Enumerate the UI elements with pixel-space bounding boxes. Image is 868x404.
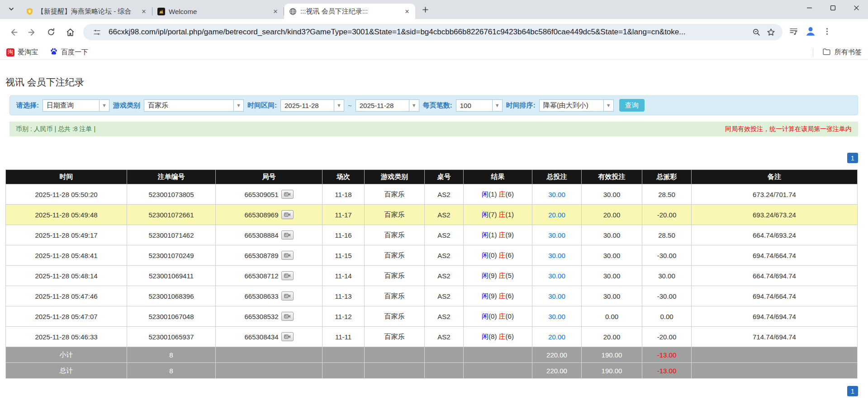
page-1-button[interactable]: 1	[847, 386, 858, 396]
game-type-select[interactable]: ▼	[144, 99, 244, 112]
header-valid-bet: 有效投注	[582, 170, 642, 184]
cell-bet-id: 523001070249	[127, 245, 216, 266]
total-bet-link[interactable]: 30.00	[548, 272, 565, 280]
search-button[interactable]: 查询	[619, 99, 645, 112]
new-tab-button[interactable]	[419, 4, 432, 17]
video-replay-button[interactable]	[281, 190, 294, 199]
total-bet-link[interactable]: 30.00	[548, 252, 565, 259]
chevron-down-icon[interactable]: ▼	[334, 99, 344, 112]
cell-result: 闲(7) 庄(1)	[464, 205, 532, 225]
media-controls-icon[interactable]	[789, 27, 798, 38]
url-text[interactable]: 66cxkj98.com/ipl/portal.php/game/betreco…	[109, 28, 749, 37]
chevron-down-icon[interactable]: ▼	[409, 99, 419, 112]
video-replay-button[interactable]	[281, 332, 294, 341]
cell-game-type: 百家乐	[365, 306, 425, 327]
tab-close-icon[interactable]: ✕	[139, 7, 148, 16]
profile-avatar[interactable]	[805, 25, 816, 39]
video-replay-button[interactable]	[281, 312, 294, 321]
total-bet-link[interactable]: 30.00	[548, 191, 565, 198]
total-bet-link[interactable]: 30.00	[548, 313, 565, 320]
tab-search-button[interactable]	[5, 3, 18, 17]
footer-valid-bet: 190.00	[582, 363, 642, 379]
valid-bet-notice: 同局有效投注，统一计算在该局第一张注单内	[725, 125, 852, 133]
bookmark-taobao[interactable]: 淘 爱淘宝	[6, 48, 38, 56]
sort-select[interactable]: ▼	[539, 99, 614, 112]
date-to-input[interactable]	[356, 99, 409, 112]
video-replay-button[interactable]	[281, 230, 294, 240]
query-type-input[interactable]	[43, 99, 99, 112]
cell-time: 2025-11-28 05:47:07	[6, 306, 127, 327]
tab-close-icon[interactable]: ✕	[403, 7, 412, 16]
chevron-down-icon[interactable]: ▼	[233, 99, 244, 112]
total-bet-link[interactable]: 30.00	[548, 292, 565, 300]
address-bar[interactable]: 66cxkj98.com/ipl/portal.php/game/betreco…	[83, 24, 783, 40]
footer-result	[464, 363, 532, 379]
cell-remark: 714.74/694.74	[692, 327, 858, 347]
cell-bet-id: 523001071462	[127, 225, 216, 245]
total-bet-link[interactable]: 20.00	[548, 333, 565, 341]
menu-dots-icon[interactable]	[823, 27, 831, 38]
video-replay-button[interactable]	[281, 210, 294, 219]
maximize-button[interactable]	[821, 0, 844, 15]
zoom-icon[interactable]	[749, 25, 764, 39]
chevron-down-icon[interactable]: ▼	[603, 99, 614, 112]
refresh-button[interactable]	[43, 23, 60, 41]
per-page-select[interactable]: ▼	[456, 99, 503, 112]
cell-result: 闲(0) 庄(6)	[464, 245, 532, 266]
game-type-input[interactable]	[144, 99, 233, 112]
cell-session: 11-16	[323, 225, 365, 245]
query-type-select[interactable]: ▼	[43, 99, 109, 112]
cell-payout: 30.00	[642, 266, 692, 286]
all-bookmarks[interactable]: 所有书签	[813, 47, 862, 57]
select-type-label: 请选择:	[16, 101, 39, 110]
cell-time: 2025-11-28 05:46:33	[6, 327, 127, 347]
minimize-button[interactable]	[797, 0, 821, 15]
page-1-button[interactable]: 1	[847, 153, 858, 163]
cell-valid-bet: 20.00	[582, 327, 642, 347]
chevron-down-icon[interactable]: ▼	[99, 99, 109, 112]
video-camera-icon	[284, 232, 291, 238]
cell-time: 2025-11-28 05:49:17	[6, 225, 127, 245]
round-id-value: 665308884	[244, 231, 278, 239]
tab-bet-records-active[interactable]: :::视讯 会员下注纪录::: ✕	[284, 4, 415, 19]
tab-welcome[interactable]: Welcome ✕	[152, 4, 284, 19]
page-title: 视讯 会员下注纪录	[5, 76, 858, 89]
video-camera-icon	[284, 253, 291, 258]
cell-total-bet: 20.00	[532, 327, 582, 347]
cell-total-bet: 30.00	[532, 306, 582, 327]
video-replay-button[interactable]	[281, 271, 294, 280]
cell-payout: 28.50	[642, 225, 692, 245]
video-replay-button[interactable]	[281, 251, 294, 260]
per-page-input[interactable]	[456, 99, 492, 112]
footer-payout: -13.00	[642, 347, 692, 363]
date-from-select[interactable]: ▼	[280, 99, 344, 112]
total-bet-link[interactable]: 30.00	[548, 231, 565, 239]
sort-input[interactable]	[539, 99, 603, 112]
footer-session	[323, 363, 365, 379]
bookmark-baidu[interactable]: 百度一下	[50, 47, 88, 57]
tab-close-icon[interactable]: ✕	[271, 7, 280, 16]
site-settings-icon[interactable]	[90, 25, 104, 39]
cell-game-type: 百家乐	[365, 205, 425, 225]
date-from-input[interactable]	[280, 99, 334, 112]
total-bet-link[interactable]: 20.00	[548, 211, 565, 219]
bookmark-star-icon[interactable]	[764, 25, 778, 39]
video-replay-button[interactable]	[281, 291, 294, 301]
bookmarks-separator	[813, 48, 813, 57]
forward-button[interactable]	[24, 23, 41, 41]
close-window-button[interactable]	[844, 0, 868, 15]
date-range-label: 时间区间:	[247, 101, 277, 110]
header-table-no: 桌号	[425, 170, 464, 184]
date-to-select[interactable]: ▼	[356, 99, 419, 112]
back-button[interactable]	[5, 23, 22, 41]
cell-session: 11-12	[323, 306, 365, 327]
home-button[interactable]	[62, 23, 79, 41]
cell-session: 11-13	[323, 286, 365, 306]
chevron-down-icon[interactable]: ▼	[492, 99, 503, 112]
cell-valid-bet: 30.00	[582, 245, 642, 266]
cell-payout: -20.00	[642, 205, 692, 225]
tab-forum[interactable]: 【新提醒】海燕策略论坛 - 综合 ✕	[21, 4, 152, 19]
footer-label: 总计	[6, 363, 127, 379]
total-row: 总计8220.00190.00-13.00	[6, 363, 858, 379]
game-type-label: 游戏类别	[113, 101, 140, 110]
